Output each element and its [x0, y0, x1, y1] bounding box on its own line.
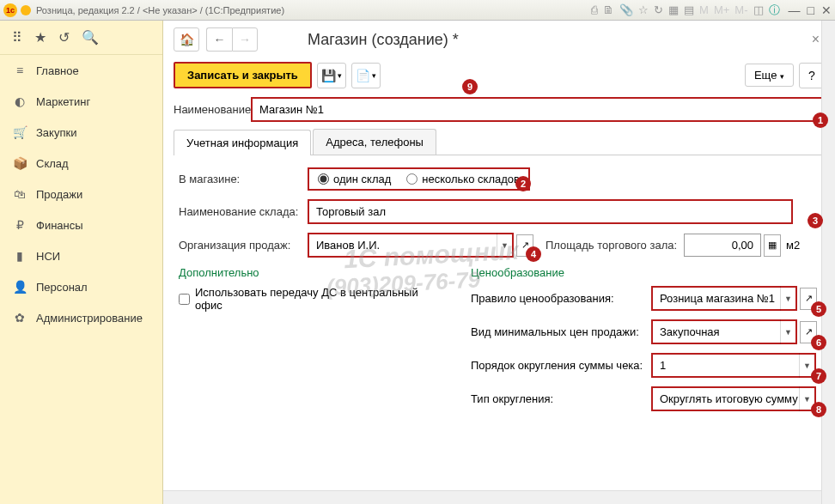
mplus-icon[interactable]: M+ [714, 3, 729, 16]
sidebar-item-warehouse[interactable]: 📦Склад [0, 148, 162, 179]
panels-icon[interactable]: ◫ [753, 3, 764, 16]
round-type-label: Тип округления: [471, 392, 651, 405]
save-close-button[interactable]: Записать и закрыть [174, 62, 312, 88]
name-label: Наименование: [174, 103, 251, 116]
marker-7: 7 [811, 368, 826, 384]
price-rule-dropdown[interactable]: ▼ [780, 286, 795, 311]
radio-one-input[interactable] [318, 173, 329, 185]
mminus-icon[interactable]: M- [734, 3, 747, 16]
org-input[interactable] [308, 233, 514, 258]
tab-account[interactable]: Учетная информация [174, 130, 311, 155]
home-icon: ≡ [12, 64, 27, 77]
minimize-icon[interactable]: — [789, 3, 801, 17]
sidebar-item-label: Закупки [36, 126, 76, 139]
marker-9: 9 [462, 79, 478, 94]
price-rule-input[interactable] [651, 286, 797, 311]
star-icon[interactable]: ☆ [638, 3, 649, 16]
marker-6: 6 [811, 335, 826, 350]
pie-icon: ◐ [12, 94, 27, 108]
sidebar-item-label: Персонал [36, 281, 88, 294]
window-controls: — □ ✕ [789, 3, 832, 17]
calendar-icon[interactable]: ▤ [684, 3, 694, 16]
sidebar-item-label: Главное [36, 64, 79, 77]
org-label: Организация продаж: [179, 239, 308, 252]
doc-icon[interactable]: 🗎 [603, 3, 614, 16]
titlebar: 1c Розница, редакция 2.2 / <Не указан> /… [0, 0, 835, 21]
main-header: 🏠 ← → Магазин (создание) * × [163, 21, 835, 58]
sidebar-item-admin[interactable]: ✿Администрирование [0, 302, 162, 333]
more-button[interactable]: Еще ▾ [745, 64, 794, 87]
marker-5: 5 [811, 301, 826, 317]
sidebar-item-purchases[interactable]: 🛒Закупки [0, 117, 162, 148]
favorite-icon[interactable]: ★ [34, 29, 46, 46]
tabs: Учетная информация Адреса, телефоны [174, 129, 825, 155]
back-button[interactable]: ← [206, 27, 232, 52]
forward-button[interactable]: → [232, 27, 258, 52]
area-input[interactable] [684, 234, 761, 257]
marker-4: 4 [526, 246, 541, 262]
apps-icon[interactable]: ⠿ [12, 29, 22, 46]
list-icon: ▮ [12, 249, 27, 263]
bag-icon: 🛍 [12, 187, 27, 201]
m-icon[interactable]: M [699, 3, 709, 16]
radio-one-warehouse[interactable]: один склад [318, 173, 391, 185]
app-dot-icon [21, 5, 31, 15]
history-icon[interactable]: ↻ [654, 3, 663, 16]
titlebar-tools: ⎙ 🗎 📎 ☆ ↻ ▦ ▤ M M+ M- ◫ ⓘ [591, 3, 779, 18]
radio-many-warehouses[interactable]: несколько складов [406, 173, 520, 185]
min-price-label: Вид минимальных цен продажи: [471, 325, 651, 338]
min-price-dropdown[interactable]: ▼ [780, 319, 795, 344]
gear-icon: ✿ [12, 311, 27, 325]
calc-icon[interactable]: ▦ [668, 3, 679, 16]
radio-many-input[interactable] [406, 173, 418, 185]
min-price-input[interactable] [651, 319, 797, 344]
round-order-input[interactable] [651, 353, 816, 378]
print-icon[interactable]: ⎙ [591, 3, 598, 16]
home-button[interactable]: 🏠 [174, 27, 199, 52]
sidebar: ⠿ ★ ↺ 🔍 ≡Главное ◐Маркетинг 🛒Закупки 📦Ск… [0, 21, 163, 504]
search-icon[interactable]: 🔍 [82, 29, 99, 46]
price-rule-label: Правило ценообразования: [471, 292, 651, 305]
marker-1: 1 [813, 112, 828, 128]
sidebar-item-label: Маркетинг [36, 95, 90, 108]
tab-addresses[interactable]: Адреса, телефоны [313, 129, 436, 155]
save-button[interactable]: 💾 ▾ [317, 63, 346, 88]
close-icon[interactable]: ✕ [821, 3, 832, 17]
window-title: Розница, редакция 2.2 / <Не указан> / (1… [36, 5, 591, 15]
area-calc-button[interactable]: ▦ [764, 234, 781, 257]
form-area: Наименование: 1 Учетная информация Адрес… [163, 97, 835, 504]
sidebar-item-finance[interactable]: ₽Финансы [0, 209, 162, 240]
round-type-input[interactable] [651, 386, 816, 411]
export-button[interactable]: 📄 ▾ [351, 63, 381, 88]
sidebar-item-personnel[interactable]: 👤Персонал [0, 271, 162, 302]
warehouse-name-input[interactable] [308, 199, 793, 224]
ruble-icon: ₽ [12, 218, 27, 232]
sidebar-item-label: НСИ [36, 250, 60, 263]
org-dropdown-button[interactable]: ▼ [497, 233, 512, 258]
round-order-label: Порядок округления суммы чека: [471, 359, 651, 372]
clip-icon[interactable]: 📎 [619, 3, 633, 16]
marker-3: 3 [808, 213, 823, 228]
sidebar-item-marketing[interactable]: ◐Маркетинг [0, 86, 162, 117]
sidebar-item-main[interactable]: ≡Главное [0, 55, 162, 86]
main-area: 🏠 ← → Магазин (создание) * × Записать и … [163, 21, 835, 504]
transfer-checkbox[interactable] [179, 294, 190, 305]
history-nav-icon[interactable]: ↺ [58, 29, 70, 46]
person-icon: 👤 [12, 280, 27, 294]
sidebar-item-label: Администрирование [36, 312, 143, 325]
sidebar-item-label: Продажи [36, 188, 82, 201]
marker-8: 8 [811, 402, 826, 417]
box-icon: 📦 [12, 156, 27, 170]
sidebar-item-nsi[interactable]: ▮НСИ [0, 240, 162, 271]
extra-section-title: Дополнительно [179, 266, 436, 279]
scrollbar-horizontal[interactable] [163, 490, 821, 504]
warehouse-name-label: Наименование склада: [179, 205, 308, 218]
warehouse-radio-group: один склад несколько складов [308, 167, 530, 191]
scrollbar-vertical[interactable] [821, 21, 835, 504]
sidebar-item-sales[interactable]: 🛍Продажи [0, 179, 162, 209]
pricing-section-title: Ценообразование [471, 266, 820, 279]
maximize-icon[interactable]: □ [808, 3, 814, 17]
area-label: Площадь торгового зала: [545, 239, 677, 252]
name-input[interactable] [251, 97, 825, 122]
info-icon[interactable]: ⓘ [769, 3, 780, 18]
